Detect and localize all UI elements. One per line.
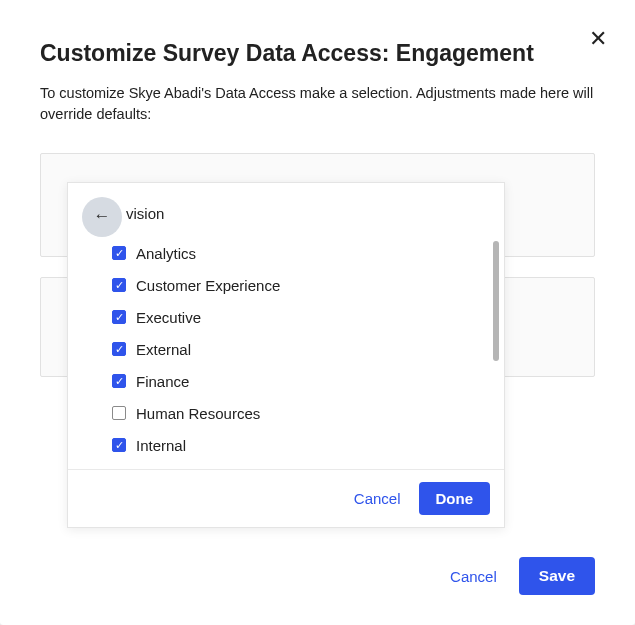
scrollbar[interactable] — [493, 241, 499, 361]
modal-title: Customize Survey Data Access: Engagement — [40, 40, 595, 67]
modal-description: To customize Skye Abadi's Data Access ma… — [40, 83, 595, 125]
selection-popover: ← vision AnalyticsCustomer ExperienceExe… — [67, 182, 505, 528]
list-item-label: Analytics — [136, 245, 196, 262]
checkbox[interactable] — [112, 438, 126, 452]
list-item[interactable]: Analytics — [112, 237, 492, 269]
popover-footer: Cancel Done — [68, 469, 504, 527]
popover-body: ← vision AnalyticsCustomer ExperienceExe… — [68, 183, 504, 469]
cancel-button[interactable]: Cancel — [450, 568, 497, 585]
checkbox[interactable] — [112, 342, 126, 356]
options-list-container: AnalyticsCustomer ExperienceExecutiveExt… — [68, 237, 504, 459]
list-item[interactable]: External — [112, 333, 492, 365]
list-item-label: Executive — [136, 309, 201, 326]
modal-footer: Cancel Save — [450, 557, 595, 595]
popover-done-button[interactable]: Done — [419, 482, 491, 515]
list-item-label: Internal — [136, 437, 186, 454]
checkbox[interactable] — [112, 406, 126, 420]
list-item[interactable]: Customer Experience — [112, 269, 492, 301]
list-item[interactable]: Internal — [112, 429, 492, 459]
list-item[interactable]: Finance — [112, 365, 492, 397]
checkbox[interactable] — [112, 310, 126, 324]
close-icon[interactable]: ✕ — [589, 28, 607, 50]
options-list: AnalyticsCustomer ExperienceExecutiveExt… — [68, 237, 504, 459]
checkbox[interactable] — [112, 374, 126, 388]
list-item-label: External — [136, 341, 191, 358]
category-label: vision — [68, 199, 504, 227]
list-item[interactable]: Executive — [112, 301, 492, 333]
popover-cancel-button[interactable]: Cancel — [354, 490, 401, 507]
checkbox[interactable] — [112, 278, 126, 292]
save-button[interactable]: Save — [519, 557, 595, 595]
checkbox[interactable] — [112, 246, 126, 260]
list-item-label: Human Resources — [136, 405, 260, 422]
list-item[interactable]: Human Resources — [112, 397, 492, 429]
arrow-left-icon: ← — [94, 206, 111, 226]
back-button[interactable]: ← — [82, 197, 122, 237]
list-item-label: Customer Experience — [136, 277, 280, 294]
list-item-label: Finance — [136, 373, 189, 390]
